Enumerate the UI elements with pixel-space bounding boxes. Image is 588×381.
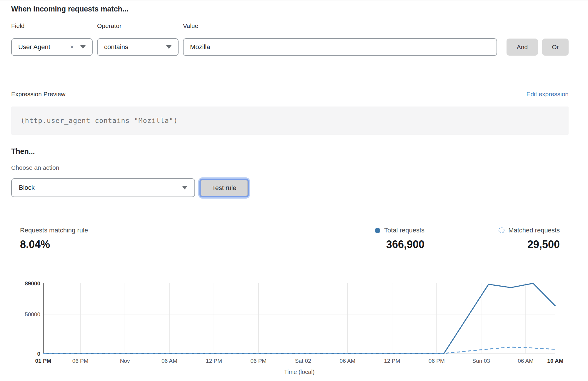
total-requests-value: 366,900 [324, 238, 424, 251]
matching-rule-label: Requests matching rule [20, 227, 88, 234]
x-tick-label: 06 AM [518, 358, 534, 364]
matching-rule-stat: Requests matching rule 8.04% [20, 227, 88, 251]
series-line-solid [43, 283, 555, 353]
chevron-down-icon[interactable] [80, 45, 86, 49]
x-tick-label: 06 AM [340, 358, 356, 364]
matched-requests-value: 29,500 [459, 238, 560, 251]
matched-requests-label: Matched requests [508, 227, 560, 234]
x-tick-label: 06 PM [250, 358, 266, 364]
x-tick-label: 06 PM [429, 358, 445, 364]
test-rule-button[interactable]: Test rule [201, 180, 248, 196]
y-tick-label: 0 [37, 351, 40, 357]
operator-label: Operator [97, 22, 121, 29]
top-divider [0, 1, 588, 1]
total-requests-legend[interactable]: Total requests [324, 227, 424, 234]
x-tick-label: Sat 02 [295, 358, 311, 364]
action-select-value: Block [19, 184, 35, 192]
series-line-dashed [43, 347, 555, 354]
field-select-value: User Agent [18, 43, 50, 51]
field-select[interactable]: User Agent × [11, 38, 93, 56]
edit-expression-link[interactable]: Edit expression [526, 91, 569, 98]
matching-rule-value: 8.04% [20, 238, 88, 251]
clear-field-icon[interactable]: × [70, 44, 74, 50]
dashed-series-circle-icon [499, 227, 504, 233]
choose-action-label: Choose an action [11, 164, 59, 171]
chevron-down-icon[interactable] [166, 45, 171, 49]
rule-builder-title: When incoming requests match... [11, 5, 129, 13]
action-select[interactable]: Block [11, 178, 195, 197]
x-tick-label: 06 AM [161, 358, 177, 364]
total-requests-stat: Total requests 366,900 [324, 227, 424, 251]
value-input[interactable] [183, 38, 497, 56]
field-label: Field [11, 22, 25, 29]
then-title: Then... [11, 147, 35, 156]
x-tick-label: 12 PM [206, 358, 222, 364]
requests-chart: 0500008900001 PM06 PMNov06 AM12 PM06 PMS… [0, 274, 588, 381]
expression-preview-label: Expression Preview [11, 91, 65, 98]
x-tick-label: 10 AM [547, 358, 563, 364]
x-axis-title: Time (local) [284, 369, 315, 375]
matched-requests-legend[interactable]: Matched requests [459, 227, 560, 234]
x-tick-label: Nov [120, 358, 130, 364]
x-tick-label: 06 PM [72, 358, 89, 364]
solid-series-dot-icon [375, 228, 380, 233]
y-tick-label: 50000 [25, 311, 40, 317]
x-tick-label: 01 PM [35, 358, 51, 364]
or-button[interactable]: Or [542, 39, 569, 56]
value-label: Value [183, 22, 198, 29]
operator-select[interactable]: contains [97, 38, 179, 56]
operator-select-value: contains [104, 43, 128, 51]
and-button[interactable]: And [507, 39, 538, 56]
x-tick-label: Sun 03 [472, 358, 490, 364]
x-tick-label: 12 PM [384, 358, 400, 364]
total-requests-label: Total requests [384, 227, 424, 234]
expression-code: (http.user_agent contains "Mozilla") [21, 117, 178, 124]
chevron-down-icon[interactable] [182, 186, 187, 189]
expression-code-box: (http.user_agent contains "Mozilla") [11, 107, 569, 135]
y-tick-label: 89000 [25, 280, 40, 287]
matched-requests-stat: Matched requests 29,500 [459, 227, 560, 251]
